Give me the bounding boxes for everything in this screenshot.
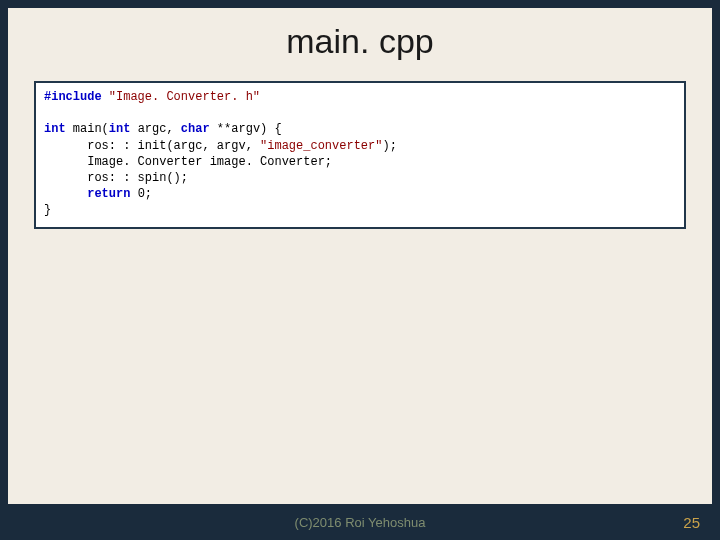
txt-main: main( (66, 122, 109, 136)
txt-init-b: ); (382, 139, 396, 153)
footer-copyright: (C)2016 Roi Yehoshua (8, 504, 712, 540)
str-init: "image_converter" (260, 139, 382, 153)
kw-include: #include (44, 90, 102, 104)
code-block: #include "Image. Converter. h" int main(… (34, 81, 686, 229)
txt-init-a: ros: : init(argc, argv, (44, 139, 260, 153)
kw-char: char (181, 122, 210, 136)
slide-title: main. cpp (8, 8, 712, 71)
txt-argc: argc, (130, 122, 180, 136)
txt-argv: **argv) { (210, 122, 282, 136)
txt-return: 0; (130, 187, 152, 201)
str-include: "Image. Converter. h" (109, 90, 260, 104)
kw-return: return (87, 187, 130, 201)
kw-int2: int (109, 122, 131, 136)
txt-brace: } (44, 203, 51, 217)
txt-conv: Image. Converter image. Converter; (44, 155, 332, 169)
slide-body: main. cpp #include "Image. Converter. h"… (8, 8, 712, 504)
kw-int1: int (44, 122, 66, 136)
page-number: 25 (683, 504, 700, 540)
txt-spin: ros: : spin(); (44, 171, 188, 185)
